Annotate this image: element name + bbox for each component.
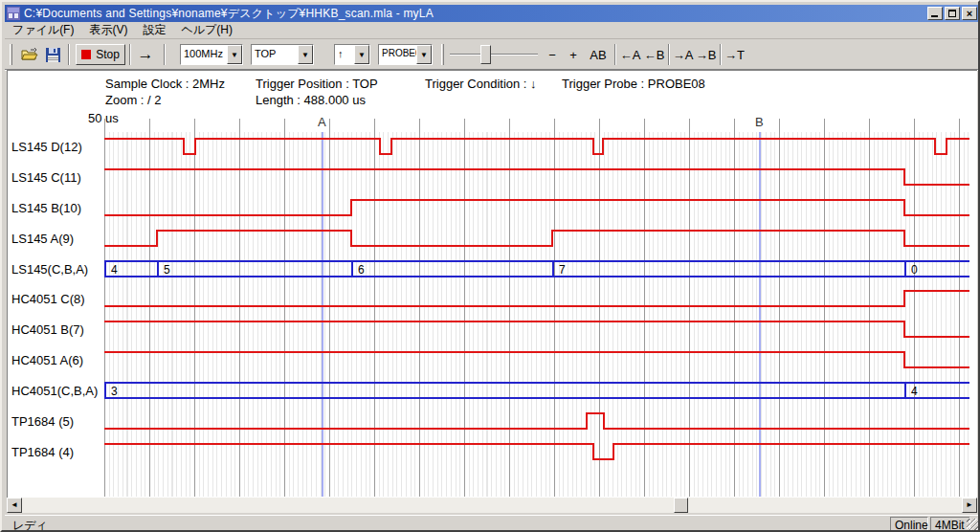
scrollbar-thumb[interactable] [674, 498, 688, 513]
minimize-icon [931, 15, 938, 17]
digital-trace [104, 139, 969, 154]
trigger-position-dropdown-icon[interactable]: ▼ [298, 45, 313, 64]
channel-label: LS145 C(11) [11, 170, 81, 185]
digital-trace [104, 291, 969, 306]
digital-trace [104, 321, 969, 337]
sample-rate-combo[interactable]: 100MHz ▼ [180, 44, 243, 65]
menu-view[interactable]: 表示(V) [81, 21, 135, 39]
probe-dropdown-icon[interactable]: ▼ [416, 45, 432, 64]
digital-trace [104, 444, 969, 459]
set-marker-b-button[interactable]: →B [695, 44, 717, 65]
bus-value-label: 4 [911, 385, 918, 398]
maximize-button[interactable] [945, 7, 960, 20]
bus-value-label: 3 [111, 385, 118, 398]
menu-bar: ファイル(F) 表示(V) 設定 ヘルプ(H) [5, 22, 979, 39]
app-window: C:¥Documents and Settings¥noname¥デスクトップ¥… [0, 0, 980, 532]
goto-marker-a-button[interactable]: ←A [619, 44, 641, 65]
sample-rate-dropdown-icon[interactable]: ▼ [227, 45, 242, 64]
channel-label: HC4051 A(6) [11, 353, 83, 367]
status-memory: 4MBit [930, 517, 970, 531]
stop-icon [81, 50, 91, 59]
menu-settings[interactable]: 設定 [135, 21, 173, 39]
trigger-edge-combo[interactable]: ↑ ▼ [334, 44, 370, 65]
info-trigger-position: Trigger Position : TOP [256, 77, 378, 91]
app-icon [7, 7, 20, 20]
channel-label: LS145(C,B,A) [11, 262, 88, 277]
bus-value-label: 5 [164, 263, 170, 277]
open-file-button[interactable] [20, 44, 39, 65]
digital-trace [104, 200, 969, 215]
zoom-slider-track[interactable] [450, 54, 538, 55]
title-bar[interactable]: C:¥Documents and Settings¥noname¥デスクトップ¥… [5, 5, 979, 22]
trigger-edge-value: ↑ [335, 45, 354, 64]
menu-file[interactable]: ファイル(F) [5, 21, 81, 39]
info-trigger-condition: Trigger Condition : ↓ [425, 77, 537, 91]
scroll-left-icon: ◄ [11, 500, 18, 509]
status-online: Online [890, 517, 928, 531]
digital-trace [104, 413, 969, 429]
waveform-svg: 4567034 [104, 119, 969, 497]
channel-label: TP1684 (5) [11, 414, 74, 429]
channel-label: HC4051 B(7) [11, 322, 84, 337]
zoom-out-button[interactable]: − [544, 44, 561, 65]
trigger-position-value: TOP [252, 45, 298, 64]
channel-label: HC4051(C,B,A) [11, 384, 98, 398]
floppy-disk-icon [46, 48, 60, 62]
status-bar: レディ Online 4MBit [5, 515, 979, 531]
info-trigger-probe: Trigger Probe : PROBE08 [562, 77, 705, 91]
run-arrow-icon: → [138, 45, 154, 64]
scroll-right-button[interactable]: ► [962, 498, 977, 513]
stop-label: Stop [96, 48, 120, 61]
trigger-position-combo[interactable]: TOP ▼ [251, 44, 314, 65]
bus-value-label: 4 [111, 263, 118, 277]
channel-label: LS145 A(9) [11, 232, 74, 246]
info-sample-clock: Sample Clock : 2MHz [105, 77, 225, 91]
digital-trace [104, 352, 969, 367]
zoom-ab-button[interactable]: AB [586, 44, 611, 65]
maximize-icon [948, 10, 956, 17]
resize-grip[interactable] [967, 519, 978, 530]
window-title: C:¥Documents and Settings¥noname¥デスクトップ¥… [24, 6, 927, 22]
marker-a-label[interactable]: A [318, 115, 326, 129]
toolbar: Stop → 100MHz ▼ TOP ▼ ↑ ▼ PROBE00 ▼ [5, 39, 979, 70]
channel-label: LS145 D(12) [11, 140, 82, 154]
minimize-button[interactable] [927, 7, 943, 20]
bus-value-label: 7 [559, 263, 566, 277]
marker-b-label[interactable]: B [755, 115, 764, 129]
bus-value-label: 0 [911, 263, 918, 277]
stop-button[interactable]: Stop [76, 44, 125, 65]
close-icon: × [967, 8, 972, 19]
waveform-plot[interactable]: 4567034AB [104, 119, 969, 497]
info-zoom: Zoom : / 2 [105, 93, 162, 107]
scroll-right-icon: ► [966, 500, 973, 509]
goto-marker-b-button[interactable]: ←B [643, 44, 665, 65]
probe-combo[interactable]: PROBE00 ▼ [378, 44, 433, 65]
status-message: レディ [12, 518, 48, 532]
scroll-left-button[interactable]: ◄ [7, 498, 22, 513]
channel-label: TP1684 (4) [11, 445, 74, 459]
run-button[interactable]: → [132, 44, 159, 65]
digital-trace [104, 231, 969, 246]
set-marker-a-button[interactable]: →A [672, 44, 694, 65]
info-length: Length : 488.000 us [256, 93, 366, 107]
channel-label: LS145 B(10) [11, 201, 81, 215]
trigger-edge-dropdown-icon[interactable]: ▼ [354, 45, 369, 64]
goto-trigger-button[interactable]: →T [724, 44, 746, 65]
digital-trace [104, 169, 969, 185]
horizontal-scrollbar[interactable]: ◄ ► [7, 498, 977, 513]
channel-label: HC4051 C(8) [11, 292, 85, 306]
zoom-slider-thumb[interactable] [480, 45, 491, 64]
bus-value-label: 6 [358, 263, 365, 277]
sample-rate-value: 100MHz [181, 45, 227, 64]
probe-value: PROBE00 [379, 45, 416, 64]
zoom-in-button[interactable]: + [565, 44, 582, 65]
open-folder-icon [21, 48, 38, 61]
save-button[interactable] [44, 44, 61, 65]
menu-help[interactable]: ヘルプ(H) [173, 21, 240, 39]
close-button[interactable]: × [962, 7, 977, 20]
